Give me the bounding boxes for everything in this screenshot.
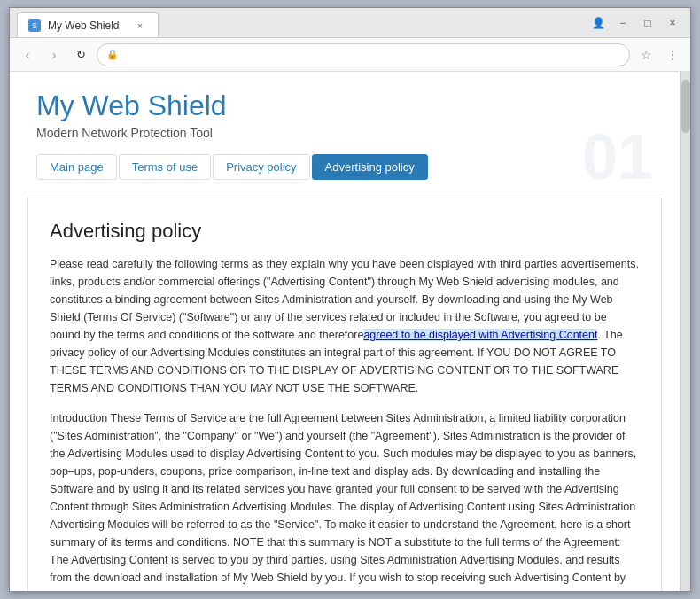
browser-window: S My Web Shield × 👤 − □ × ‹ › ↻ 🔒 ☆ ⋮ 01 [9,7,691,592]
forward-button[interactable]: › [43,44,65,66]
site-subtitle: Modern Network Protection Tool [36,126,653,140]
nav-privacy-policy[interactable]: Privacy policy [213,154,309,180]
lock-icon: 🔒 [106,49,119,60]
browser-tab[interactable]: S My Web Shield × [17,12,159,37]
content-heading: Advertising policy [50,220,640,243]
nav-advertising-policy[interactable]: Advertising policy [312,154,428,180]
window-controls: 👤 − □ × [587,12,683,34]
tab-close-button[interactable]: × [133,19,147,33]
scrollbar-thumb[interactable] [681,80,690,133]
tab-title: My Web Shield [48,19,119,32]
site-title: My Web Shield [36,89,653,122]
address-bar: ‹ › ↻ 🔒 ☆ ⋮ [10,38,690,72]
page-content: 01 My Web Shield Modern Network Protecti… [10,72,690,591]
page-inner: 01 My Web Shield Modern Network Protecti… [10,72,680,591]
tab-favicon: S [28,19,41,32]
intro-paragraph: Please read carefully the following term… [50,255,640,397]
tab-area: S My Web Shield × [17,8,584,37]
highlighted-link[interactable]: agreed to be displayed with Advertising … [363,329,597,341]
refresh-button[interactable]: ↻ [70,44,91,66]
restore-button[interactable]: □ [637,12,658,34]
body-paragraph: Introduction These Terms of Service are … [50,409,640,591]
scrollbar[interactable] [680,72,690,591]
close-button[interactable]: × [662,12,683,34]
minimize-button[interactable]: − [612,12,634,34]
title-bar: S My Web Shield × 👤 − □ × [10,8,690,38]
profile-button[interactable]: 👤 [587,12,609,34]
site-navigation: Main page Terms of use Privacy policy Ad… [36,154,653,180]
url-bar[interactable]: 🔒 [97,43,630,66]
back-button[interactable]: ‹ [17,44,38,66]
nav-main-page[interactable]: Main page [36,154,117,180]
nav-terms-of-use[interactable]: Terms of use [119,154,211,180]
menu-button[interactable]: ⋮ [662,44,683,66]
content-box: Advertising policy Please read carefully… [27,198,662,591]
bookmark-button[interactable]: ☆ [635,44,657,66]
